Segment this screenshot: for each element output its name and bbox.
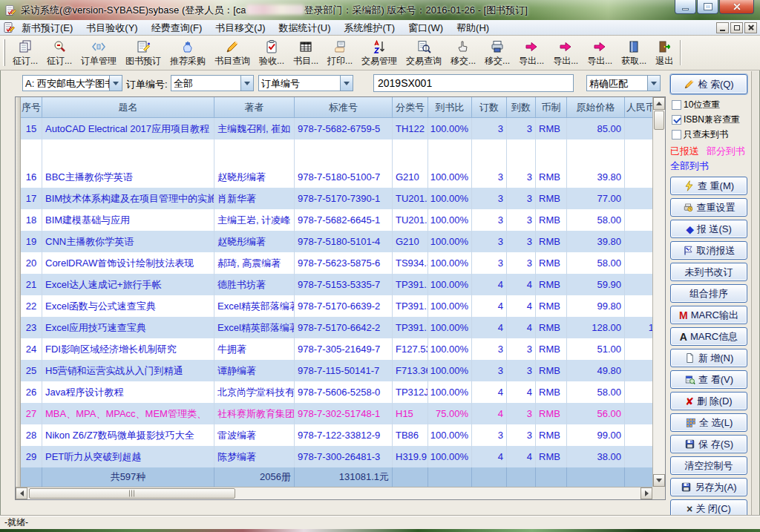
close-button[interactable] [719,0,754,14]
table-row-15[interactable]: 15AutoCAD Electrical 2017应用项目教程主编魏召刚, 崔如… [21,118,652,139]
not-arrived-reorder-button[interactable]: 未到书改订 [670,263,747,281]
search-button[interactable]: 检 索(Q) [670,74,747,94]
toolbar-button-solicit-1[interactable]: 征订... [8,37,42,68]
column-header-rmb[interactable]: 人民币 [625,97,652,118]
order-number-input[interactable] [373,74,574,92]
table-row-25[interactable]: 25H5营销和运营实战从入门到精通谭静编著978-7-115-50141-7F7… [21,360,652,381]
checked-checkbox-icon[interactable] [672,115,681,125]
horizontal-scroll-thumb[interactable] [29,488,235,499]
mdi-restore-button[interactable] [730,22,743,33]
table-row-18[interactable]: 18BIM建模基础与应用主编王岩, 计凌峰978-7-5682-6645-1TU… [21,209,652,231]
column-header-currency[interactable]: 币制 [536,97,567,118]
table-row-16[interactable]: 16BBC主播教你学英语赵晓彤编著978-7-5180-5100-7G21010… [21,166,652,188]
column-header-order_qty[interactable]: 订数 [472,97,507,118]
menu-item-window-menu[interactable]: 窗口(W) [402,20,450,35]
toolbar-button-export-2[interactable]: 导出... [548,37,583,68]
select-all-button[interactable]: 全 选(L) [670,413,747,432]
menu-item-help-menu[interactable]: 帮助(H) [450,20,496,35]
mdi-close-button[interactable] [744,22,757,33]
menu-item-bib-acceptance[interactable]: 书目验收(Y) [79,20,144,35]
library-select[interactable]: A: 西安邮电大学图书馆 [22,75,122,91]
dedup-check-button[interactable]: 查 重(M) [670,177,747,195]
add-new-button[interactable]: 新 增(N) [670,349,747,367]
toolbar-button-solicit-2[interactable]: 征订... [42,37,76,68]
scroll-down-button[interactable] [653,474,665,487]
toolbar-button-transfer-1[interactable]: 移交... [446,37,480,68]
chevron-down-icon[interactable] [109,76,122,91]
table-row-26[interactable]: 26Java程序设计教程北京尚学堂科技有978-7-5606-5258-0TP3… [21,381,652,403]
mdi-minimize-button[interactable] [716,22,729,33]
column-header-ratio[interactable]: 到书比 [428,97,472,118]
chevron-down-icon[interactable] [340,76,353,91]
marc-output-button[interactable]: MMARC输出 [670,306,747,324]
table-row-22[interactable]: 22Excel函数与公式速查宝典Excel精英部落编著978-7-5170-66… [21,295,652,317]
toolbar-button-bib-query[interactable]: 书目查询 [210,37,255,68]
view-button[interactable]: 查 看(V) [670,370,747,389]
marc-info-button[interactable]: AMARC信息 [670,327,747,346]
toolbar-button-order-manage[interactable]: 订单管理 [76,37,121,68]
column-header-arrive_qty[interactable]: 到数 [507,97,536,118]
unchecked-checkbox-icon[interactable] [672,100,681,110]
column-header-author[interactable]: 著者 [214,97,295,118]
column-header-std_no[interactable]: 标准号 [295,97,393,118]
cancel-submit-button[interactable]: 取消报送 [670,241,747,260]
vertical-scrollbar[interactable] [652,97,665,487]
unchecked-checkbox-icon[interactable] [672,130,681,139]
table-row-24[interactable]: 24FDI影响区域经济增长机制研究牛拥著978-7-305-21649-7F12… [21,338,652,360]
toolbar-button-recommend-purchase[interactable]: 推荐采购 [166,37,210,68]
toolbar-button-exit[interactable]: 退出 [651,37,678,68]
maximize-button[interactable] [697,0,718,14]
vertical-scroll-thumb[interactable] [654,111,664,130]
toolbar-button-book-reserve[interactable]: 图书预订 [121,37,166,68]
right-scroll-strip[interactable] [751,71,759,516]
minimize-button[interactable] [675,0,696,14]
column-header-seq[interactable]: 序号 [21,97,42,118]
submit-button[interactable]: ◆报 送(S) [670,220,747,238]
menu-item-new-book-order[interactable]: 新书预订(E) [15,20,79,35]
table-row-23[interactable]: 23Excel应用技巧速查宝典Excel精英部落编著978-7-5170-664… [21,317,652,338]
field-select[interactable]: 订单编号 [258,75,353,91]
toolbar-button-print[interactable]: 打印... [323,37,357,68]
close-x-icon: × [687,504,692,514]
table-row-20[interactable]: 20CorelDRAW首饰设计绘制技法表现郝琦, 高震编著978-7-5623-… [21,252,652,274]
menu-item-system-maintenance[interactable]: 系统维护(T) [338,20,402,35]
table-row-27[interactable]: 27MBA、MPA、MPAcc、MEM管理类、社科赛斯教育集团978-7-302… [21,403,652,424]
isbn-compat-dedup-checkbox[interactable]: ISBN兼容查重 [672,114,747,126]
ten-digit-dedup-checkbox[interactable]: 10位查重 [672,99,747,111]
match-select[interactable]: 精确匹配 [586,75,661,91]
table-row-17[interactable]: 17BIM技术体系构建及在项目管理中的实施肖新华著978-7-5170-7390… [21,188,652,209]
delete-button[interactable]: ✘删 除(D) [670,392,747,410]
toolbar-button-trade-manage[interactable]: 交易管理 [357,37,402,68]
toolbar-button-export-3[interactable]: 导出... [583,37,617,68]
table-row-19[interactable]: 19CNN主播教你学英语赵晓彤编著978-7-5180-5101-4G21010… [21,231,652,252]
menu-item-fund-query[interactable]: 经费查询(F) [145,20,209,35]
column-header-title[interactable]: 题名 [42,97,214,118]
chevron-down-icon[interactable] [240,76,253,91]
toolbar-button-bibliography[interactable]: 书目... [289,37,323,68]
toolbar-button-acceptance[interactable]: 验收... [255,37,289,68]
table-row-28[interactable]: 28Nikon Z6/Z7数码微单摄影技巧大全雷波编著978-7-122-338… [21,424,652,446]
save-as-button[interactable]: 另存为(A) [670,478,747,496]
menu-item-bib-transfer[interactable]: 书目移交(J) [209,20,272,35]
toolbar-button-trade-query[interactable]: 交易查询 [402,37,446,68]
scope-select[interactable]: 全部 [171,75,254,91]
save-button[interactable]: 保 存(S) [670,435,747,453]
toolbar-button-fetch[interactable]: 获取... [617,37,651,68]
combo-sort-button[interactable]: 组合排序 [670,284,747,303]
menu-item-data-statistics[interactable]: 数据统计(U) [272,20,337,35]
scroll-right-button[interactable] [641,487,652,499]
chevron-down-icon[interactable] [647,76,660,91]
toolbar-gripper[interactable] [3,39,5,66]
horizontal-scrollbar[interactable] [16,487,652,499]
table-row-29[interactable]: 29PET听力从突破到超越陈梦编著978-7-300-26481-3H319.9… [21,446,652,467]
clear-control-no-button[interactable]: 清空控制号 [670,456,747,475]
scroll-up-button[interactable] [653,97,665,110]
column-header-class_no[interactable]: 分类号 [393,97,428,118]
toolbar-button-transfer-2[interactable]: 移交... [480,37,514,68]
scroll-left-button[interactable] [16,487,27,499]
column-header-price[interactable]: 原始价格 [567,97,625,118]
dedup-settings-button[interactable]: 查重设置 [670,198,747,217]
table-row-21[interactable]: 21Excel达人速成记+旅行手帐德胜书坊著978-7-5153-5335-7T… [21,274,652,295]
toolbar-button-export-1[interactable]: 导出... [514,37,548,68]
only-not-arrived-checkbox[interactable]: 只查未到书 [672,128,747,141]
